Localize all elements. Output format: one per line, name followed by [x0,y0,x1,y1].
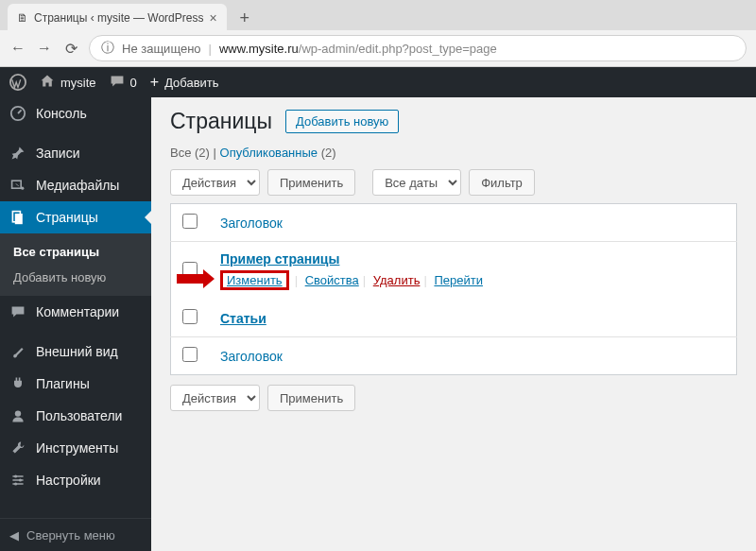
status-filters: Все (2) | Опубликованные (2) [170,146,737,160]
browser-toolbar: ← → ⟳ ⓘ Не защищено | www.mysite.ru/wp-a… [0,30,756,66]
svg-point-8 [19,478,22,481]
annotation-arrow-icon [177,271,215,286]
home-icon [40,74,55,92]
sidebar-item-appearance[interactable]: Внешний вид [0,336,151,368]
pages-icon [9,209,26,226]
table-row: Статьи [171,300,737,337]
user-icon [9,407,26,424]
browser-tab-strip: 🗎 Страницы ‹ mysite — WordPress × + [0,0,756,30]
sidebar-item-dashboard[interactable]: Консоль [0,97,151,129]
comments-link[interactable]: 0 [110,74,137,92]
sidebar-item-plugins[interactable]: Плагины [0,368,151,400]
new-tab-button[interactable]: + [232,6,257,30]
admin-sidebar: Консоль Записи Медиафайлы Страницы Все с… [0,97,151,551]
row-actions: Изменить| Свойства| Удалить| Перейти [220,270,725,290]
sidebar-item-tools[interactable]: Инструменты [0,432,151,464]
plus-icon: + [150,74,159,91]
svg-rect-5 [15,214,23,224]
sidebar-item-posts[interactable]: Записи [0,137,151,169]
wrench-icon [9,439,26,456]
row-title-link[interactable]: Пример страницы [220,251,339,267]
add-new-link[interactable]: + Добавить [150,74,219,91]
main-content: Страницы Добавить новую Все (2) | Опубли… [151,97,756,551]
tablenav-top: Действия Применить Все даты Фильтр [170,169,737,196]
column-title-bottom[interactable]: Заголовок [220,349,283,364]
submenu-all-pages[interactable]: Все страницы [0,239,151,265]
apply-button-bottom[interactable]: Применить [267,385,355,411]
sidebar-item-comments[interactable]: Комментарии [0,296,151,328]
bulk-action-select-bottom[interactable]: Действия [170,385,260,411]
action-edit[interactable]: Изменить [227,273,283,287]
collapse-menu[interactable]: ◀ Свернуть меню [0,518,151,551]
sidebar-item-users[interactable]: Пользователи [0,400,151,432]
select-all-checkbox[interactable] [182,214,198,229]
browser-tab-title: Страницы ‹ mysite — WordPress [34,11,203,25]
svg-point-6 [15,410,21,416]
sidebar-item-media[interactable]: Медиафайлы [0,169,151,201]
filter-button[interactable]: Фильтр [469,169,535,196]
annotation-highlight: Изменить [220,270,289,290]
table-row: Пример страницы Изменить| Свойства| Удал… [171,242,737,301]
page-icon: 🗎 [17,11,28,25]
svg-point-3 [21,187,24,190]
action-trash[interactable]: Удалить [373,273,421,287]
page-title: Страницы [170,109,272,134]
back-icon[interactable]: ← [9,40,26,57]
filter-published[interactable]: Опубликованные (2) [220,146,336,160]
site-link[interactable]: mysite [40,74,96,92]
wp-admin-bar: mysite 0 + Добавить [0,67,756,97]
select-all-checkbox-bottom[interactable] [182,347,198,362]
browser-chrome: 🗎 Страницы ‹ mysite — WordPress × + ← → … [0,0,756,67]
sidebar-submenu-pages: Все страницы Добавить новую [0,233,151,296]
date-filter-select[interactable]: Все даты [372,169,461,196]
sidebar-item-settings[interactable]: Настройки [0,464,151,496]
sidebar-item-pages[interactable]: Страницы [0,201,151,233]
info-icon[interactable]: ⓘ [101,40,114,57]
close-tab-icon[interactable]: × [209,10,216,26]
pin-icon [9,145,26,162]
media-icon [9,177,26,194]
insecure-label: Не защищено [122,42,201,56]
action-view[interactable]: Перейти [434,273,483,287]
sliders-icon [9,472,26,489]
browser-tab[interactable]: 🗎 Страницы ‹ mysite — WordPress × [8,4,227,30]
collapse-icon: ◀ [9,528,19,542]
forward-icon[interactable]: → [36,40,53,57]
comment-icon [9,303,26,320]
wp-logo[interactable] [9,74,26,91]
svg-point-7 [14,474,17,477]
plugin-icon [9,375,26,392]
reload-icon[interactable]: ⟳ [62,40,79,58]
brush-icon [9,343,26,360]
dashboard-icon [9,105,26,122]
svg-point-9 [14,482,17,485]
submenu-add-page[interactable]: Добавить новую [0,265,151,290]
comment-icon [110,74,125,92]
apply-button[interactable]: Применить [267,169,355,196]
bulk-action-select[interactable]: Действия [170,169,260,196]
pages-table: Заголовок Пример страницы Изменить| Свой… [170,203,737,375]
column-title[interactable]: Заголовок [220,215,283,231]
url-text: www.mysite.ru/wp-admin/edit.php?post_typ… [219,42,497,56]
row-checkbox[interactable] [182,309,198,324]
action-quick-edit[interactable]: Свойства [305,273,359,287]
row-title-link[interactable]: Статьи [220,311,266,326]
add-new-button[interactable]: Добавить новую [285,110,399,133]
address-bar[interactable]: ⓘ Не защищено | www.mysite.ru/wp-admin/e… [89,35,747,61]
filter-all[interactable]: Все (2) [170,146,210,160]
tablenav-bottom: Действия Применить [170,385,737,411]
